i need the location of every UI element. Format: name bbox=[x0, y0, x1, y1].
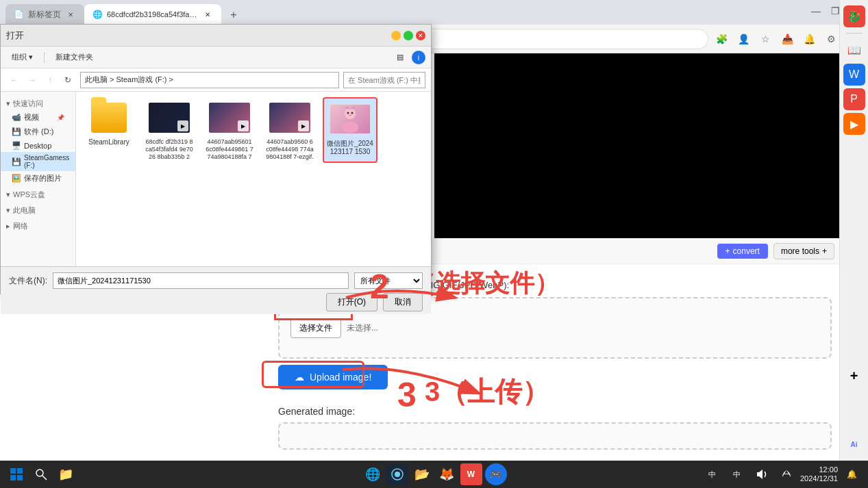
sidebar-ai-icon[interactable]: Ai bbox=[843, 433, 865, 455]
dialog-cancel-button[interactable]: 取消 bbox=[383, 293, 423, 311]
file-thumb-video3: ▶ bbox=[269, 100, 310, 136]
sidebar-icon-3[interactable]: W bbox=[843, 64, 865, 86]
tab-close-1[interactable]: ✕ bbox=[65, 9, 76, 20]
video-thumb-3: ▶ bbox=[269, 103, 310, 133]
favorites-icon[interactable]: ☆ bbox=[756, 29, 775, 49]
file-item-steamlibrary[interactable]: SteamLibrary bbox=[82, 97, 136, 163]
convert-button[interactable]: + convert bbox=[717, 244, 768, 259]
choose-file-button[interactable]: 选择文件 bbox=[290, 318, 341, 338]
svg-line-11 bbox=[42, 476, 47, 480]
toolbar-separator-1 bbox=[44, 52, 45, 63]
collections-icon[interactable]: 📥 bbox=[778, 29, 797, 49]
file-item-video2[interactable]: ▶ 44607aab95601 6c08fe4449861 774a980418… bbox=[202, 97, 257, 163]
dialog-up-btn[interactable]: ↑ bbox=[42, 72, 58, 88]
tab-favicon-1: 📄 bbox=[14, 10, 24, 19]
sidebar-item-savedpics[interactable]: 🖼️保存的图片 bbox=[1, 171, 75, 185]
dialog-minimize[interactable] bbox=[391, 31, 401, 40]
taskbar-network-icon[interactable] bbox=[776, 463, 797, 485]
dialog-view-btn[interactable]: ▤ bbox=[391, 49, 409, 66]
filename-row: 文件名(N): 所有文件 bbox=[9, 272, 423, 289]
file-thumb-steamlibrary bbox=[88, 100, 129, 136]
dialog-new-folder-btn[interactable]: 新建文件夹 bbox=[50, 49, 99, 66]
sidebar-section-pc: ▾此电脑 bbox=[1, 204, 75, 217]
file-item-video1[interactable]: ▶ 68cdfc df2b319 8ca54f3fafd4 9e7026 8ba… bbox=[142, 97, 197, 163]
taskbar-edge-icon[interactable]: 🌐 bbox=[362, 463, 384, 485]
dialog-search-input[interactable] bbox=[343, 72, 425, 88]
new-tab-button[interactable]: + bbox=[224, 5, 243, 25]
svg-rect-8 bbox=[10, 475, 16, 480]
notifications-icon[interactable]: 🔔 bbox=[799, 29, 819, 49]
dialog-address-bar: ← → ↑ ↻ 此电脑 > Steam游戏 (F:) > bbox=[1, 68, 431, 92]
sidebar-icon-1[interactable]: 🐉 bbox=[843, 5, 865, 27]
taskbar-notification-icon[interactable]: 🔔 bbox=[841, 463, 863, 485]
dialog-open-button[interactable]: 打开(O) bbox=[326, 293, 377, 311]
upload-button[interactable]: ☁ Upload image! bbox=[278, 365, 388, 389]
sidebar-section-quick: ▾快速访问 📹视频 📌 💾软件 (D:) 🖥️Desktop 💾SteamGam… bbox=[1, 97, 75, 185]
taskbar-clock[interactable]: 12:00 2024/12/31 bbox=[800, 465, 838, 483]
dialog-bottom: 文件名(N): 所有文件 打开(O) 取消 bbox=[1, 266, 431, 314]
dialog-organize-btn[interactable]: 组织 ▾ bbox=[6, 49, 38, 66]
browser-tabs: 📄 新标签页 ✕ 🌐 68cdfcdf2b3198ca54f3fafd4e ✕ … bbox=[0, 0, 868, 25]
taskbar-volume-icon[interactable] bbox=[751, 463, 773, 485]
dialog-nav-buttons: ← → ↑ ↻ bbox=[6, 72, 76, 88]
dialog-files-area: SteamLibrary ▶ 68cdfc df2b319 8ca54f3faf… bbox=[76, 92, 431, 266]
dialog-close[interactable]: ✕ bbox=[416, 31, 425, 40]
svg-point-1 bbox=[342, 122, 358, 133]
file-item-wechat-img[interactable]: 微信图片_2024123117 1530 bbox=[323, 97, 377, 163]
dialog-forward-btn[interactable]: → bbox=[24, 72, 40, 88]
dialog-sidebar: ▾快速访问 📹视频 📌 💾软件 (D:) 🖥️Desktop 💾SteamGam… bbox=[1, 92, 76, 266]
dialog-maximize[interactable] bbox=[404, 31, 413, 40]
file-name-wechat-img: 微信图片_2024123117 1530 bbox=[327, 140, 373, 156]
tab-favicon-2: 🌐 bbox=[92, 10, 103, 19]
tab-newtab[interactable]: 📄 新标签页 ✕ bbox=[5, 4, 84, 25]
taskbar-browser-icon[interactable]: 🦊 bbox=[436, 463, 458, 485]
dialog-info-btn[interactable]: i bbox=[412, 51, 425, 64]
file-name-steamlibrary: SteamLibrary bbox=[88, 138, 129, 146]
extensions-icon[interactable]: 🧩 bbox=[712, 29, 731, 49]
taskbar-game-icon[interactable]: 🎮 bbox=[485, 463, 507, 485]
sidebar-item-software[interactable]: 💾软件 (D:) bbox=[1, 125, 75, 139]
sidebar-separator-1 bbox=[846, 33, 863, 34]
sidebar-header-network[interactable]: ▸网络 bbox=[1, 220, 75, 233]
dialog-back-btn[interactable]: ← bbox=[6, 72, 23, 88]
sidebar-header-pc[interactable]: ▾此电脑 bbox=[1, 204, 75, 217]
file-thumb-video1: ▶ bbox=[149, 100, 190, 136]
taskbar-pinyin-icon[interactable]: 中 bbox=[726, 463, 748, 485]
more-tools-button[interactable]: more tools + bbox=[773, 243, 834, 259]
settings-icon[interactable]: ⚙ bbox=[821, 29, 841, 49]
upload-icon: ☁ bbox=[295, 372, 304, 383]
taskbar-wps-icon[interactable]: W bbox=[460, 463, 482, 485]
sidebar-item-desktop[interactable]: 🖥️Desktop bbox=[1, 139, 75, 152]
sidebar-item-steam[interactable]: 💾SteamGamess (F:) bbox=[1, 152, 75, 171]
dialog-refresh-btn[interactable]: ↻ bbox=[60, 72, 76, 88]
filetype-select[interactable]: 所有文件 bbox=[354, 272, 423, 289]
profile-icon[interactable]: 👤 bbox=[734, 29, 753, 49]
sidebar-icon-5[interactable]: ▶ bbox=[843, 113, 865, 135]
folder-icon-steamlibrary bbox=[91, 103, 127, 133]
video-thumb-2: ▶ bbox=[209, 103, 250, 133]
sidebar-icon-4[interactable]: P bbox=[843, 88, 865, 110]
sidebar-item-videos[interactable]: 📹视频 📌 bbox=[1, 110, 75, 125]
taskbar-start-button[interactable] bbox=[5, 463, 27, 485]
taskbar-explorer-button[interactable]: 📁 bbox=[55, 463, 77, 485]
sidebar-section-quickaccess[interactable]: ▾快速访问 bbox=[1, 97, 75, 110]
tab-close-2[interactable]: ✕ bbox=[203, 9, 213, 20]
sidebar-header-wps[interactable]: ▾WPS云盘 bbox=[1, 188, 75, 201]
sidebar-icon-2[interactable]: 📖 bbox=[843, 39, 865, 61]
taskbar-steam-icon[interactable] bbox=[386, 463, 408, 485]
tab-active[interactable]: 🌐 68cdfcdf2b3198ca54f3fafd4e ✕ bbox=[84, 4, 221, 25]
sidebar-add-icon[interactable]: + bbox=[843, 365, 865, 387]
taskbar-search-button[interactable] bbox=[30, 463, 52, 485]
generated-label: Generated image: bbox=[278, 406, 832, 417]
file-item-video3[interactable]: ▶ 44607aab9560 6c08fe44498 774a9804188f … bbox=[262, 97, 317, 163]
image-preview bbox=[434, 53, 839, 238]
taskbar-folder-icon[interactable]: 📂 bbox=[411, 463, 433, 485]
dialog-toolbar: 组织 ▾ 新建文件夹 ▤ i bbox=[1, 47, 431, 68]
window-minimize[interactable]: — bbox=[808, 3, 824, 19]
dialog-path[interactable]: 此电脑 > Steam游戏 (F:) > bbox=[80, 72, 339, 88]
taskbar-language-icon[interactable]: 中 bbox=[702, 463, 723, 485]
svg-point-10 bbox=[36, 470, 43, 476]
video-play-icon-1: ▶ bbox=[177, 120, 188, 131]
filename-input[interactable] bbox=[53, 272, 349, 289]
tab-label-2: 68cdfcdf2b3198ca54f3fafd4e bbox=[107, 10, 199, 18]
